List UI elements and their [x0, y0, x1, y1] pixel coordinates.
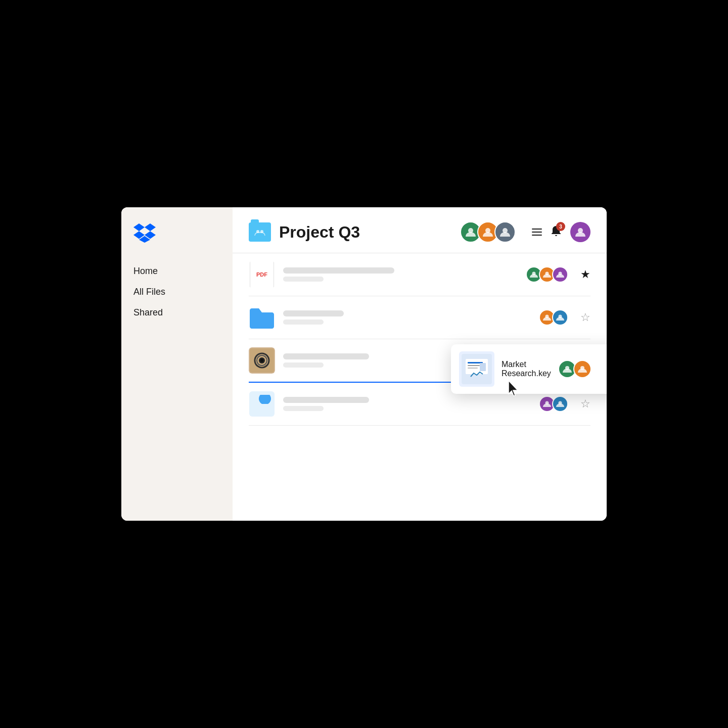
notifications-button[interactable]: 3	[550, 225, 562, 239]
avatar	[552, 266, 568, 283]
star-icon[interactable]: ☆	[580, 397, 590, 411]
file-name-placeholder	[283, 353, 369, 359]
notification-badge: 3	[556, 222, 565, 231]
file-name-placeholder	[283, 397, 369, 403]
file-name-area	[283, 267, 526, 282]
table-row[interactable]: ☆	[249, 296, 590, 339]
user-avatar[interactable]	[570, 222, 590, 242]
file-sub-placeholder	[283, 320, 324, 325]
star-icon[interactable]: ★	[580, 268, 590, 281]
sidebar-item-all-files[interactable]: All Files	[133, 282, 220, 302]
file-sub-placeholder	[283, 406, 324, 411]
sidebar-item-shared[interactable]: Shared	[133, 302, 220, 323]
avatar	[552, 309, 568, 326]
svg-rect-25	[480, 363, 486, 371]
main-content: Project Q3	[233, 207, 607, 521]
svg-rect-23	[468, 365, 480, 366]
table-row[interactable]: PDF ★	[249, 253, 590, 296]
star-icon[interactable]: ☆	[580, 311, 590, 324]
file-avatars	[526, 266, 568, 283]
tooltip-filename: Market Research.key	[502, 360, 551, 378]
tooltip-avatars	[558, 360, 592, 378]
cursor	[507, 380, 521, 400]
file-icon-pdf: PDF	[249, 261, 275, 288]
folder-icon-header	[249, 222, 271, 242]
svg-rect-1	[254, 227, 260, 229]
svg-rect-24	[468, 368, 478, 369]
avatar	[573, 360, 592, 378]
file-name-placeholder	[283, 310, 344, 316]
file-list: PDF ★	[233, 253, 607, 521]
file-name-placeholder	[283, 267, 394, 274]
tooltip-popup: Market Research.key ☆	[451, 344, 607, 394]
svg-point-17	[260, 359, 263, 362]
file-name-area	[283, 397, 539, 411]
app-container: Home All Files Shared Project Q3	[121, 207, 607, 521]
file-name-area	[283, 310, 539, 325]
page-header: Project Q3	[233, 207, 607, 253]
header-avatars	[460, 221, 516, 243]
table-row[interactable]: ☆	[249, 339, 590, 383]
page-title: Project Q3	[279, 223, 452, 242]
sidebar-item-home[interactable]: Home	[133, 261, 220, 282]
header-actions: 3	[532, 222, 590, 242]
dropbox-logo[interactable]	[133, 223, 156, 243]
file-sub-placeholder	[283, 362, 324, 368]
tooltip-file-preview	[459, 351, 494, 387]
file-sub-placeholder	[283, 277, 324, 282]
file-icon-folder	[249, 304, 275, 331]
file-icon-chart	[249, 391, 275, 417]
sidebar: Home All Files Shared	[121, 207, 233, 521]
menu-icon[interactable]	[532, 229, 542, 236]
file-avatars	[539, 309, 568, 326]
file-icon-product	[249, 347, 275, 374]
file-avatars	[539, 396, 568, 412]
avatar	[494, 221, 516, 243]
avatar	[552, 396, 568, 412]
